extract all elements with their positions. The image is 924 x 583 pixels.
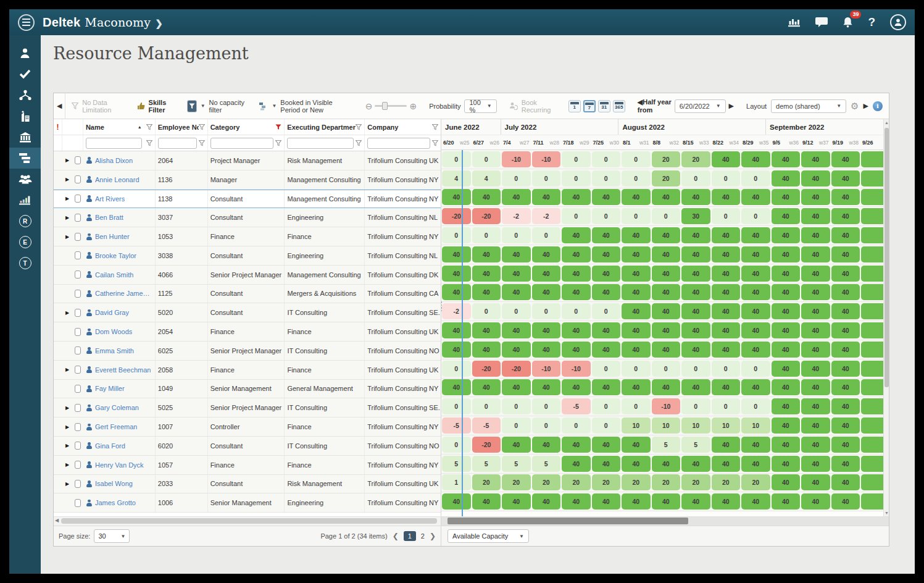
table-row[interactable]: Fay Miller1049Senior ManagementGeneral M…: [54, 380, 441, 399]
resource-name-link[interactable]: Isabel Wong: [95, 480, 133, 487]
capacity-cell[interactable]: 0: [711, 398, 741, 414]
capacity-cell[interactable]: 40: [501, 322, 531, 338]
capacity-cell[interactable]: 40: [801, 474, 831, 490]
capacity-cell[interactable]: 40: [621, 379, 651, 395]
capacity-cell[interactable]: -20: [472, 361, 502, 377]
capacity-cell[interactable]: 40: [741, 437, 771, 453]
column-filter-icon[interactable]: [275, 124, 281, 130]
filter-menu-icon[interactable]: [199, 140, 205, 146]
grid-horizontal-thumb[interactable]: [447, 518, 688, 524]
capacity-cell[interactable]: 40: [831, 303, 861, 319]
capacity-cell[interactable]: 40: [561, 284, 591, 300]
capacity-cell[interactable]: 40: [741, 303, 771, 319]
capacity-cell[interactable]: 40: [831, 189, 861, 205]
capacity-cell[interactable]: 40: [441, 284, 472, 300]
capacity-cell[interactable]: -5: [561, 398, 591, 414]
capacity-cell[interactable]: [860, 361, 883, 377]
capacity-cell[interactable]: 40: [831, 208, 861, 224]
capacity-cell[interactable]: 40: [801, 208, 831, 224]
resource-name-link[interactable]: Cailan Smith: [95, 271, 133, 279]
capacity-cell[interactable]: 40: [591, 246, 622, 262]
capacity-cell[interactable]: 40: [801, 227, 831, 243]
column-header-employee-no-[interactable]: Employee No.: [156, 119, 208, 135]
table-row[interactable]: James Grotto1006Senior ManagementEnginee…: [54, 493, 441, 513]
vertical-scrollbar[interactable]: ▲ ▼: [883, 119, 889, 516]
row-expand-arrow[interactable]: ▶: [62, 475, 72, 493]
capacity-cell[interactable]: -10: [531, 361, 562, 377]
row-checkbox[interactable]: [75, 214, 81, 222]
capacity-cell[interactable]: 40: [651, 493, 681, 510]
column-filter-icon[interactable]: [356, 124, 362, 130]
capacity-cell[interactable]: 5: [501, 456, 531, 472]
table-row[interactable]: ▶Ben Bratt3037ConsultantEngineeringTrifo…: [54, 208, 441, 227]
sidebar-item-employees[interactable]: [9, 43, 41, 64]
capacity-cell[interactable]: 40: [561, 493, 591, 510]
resource-name-link[interactable]: Alisha Dixon: [95, 157, 133, 164]
capacity-cell[interactable]: 5: [441, 456, 472, 472]
zoom-out-icon[interactable]: ⊖: [365, 101, 373, 111]
capacity-cell[interactable]: 40: [831, 322, 861, 338]
capacity-cell[interactable]: 0: [441, 437, 472, 453]
capacity-cell[interactable]: 40: [711, 246, 741, 262]
capacity-cell[interactable]: 40: [831, 379, 861, 395]
capacity-cell[interactable]: 40: [771, 246, 801, 262]
capacity-cell[interactable]: 20: [591, 474, 622, 490]
capacity-cell[interactable]: 40: [681, 456, 711, 472]
capacity-cell[interactable]: 40: [621, 266, 651, 282]
capacity-cell[interactable]: 40: [531, 322, 562, 338]
capacity-cell[interactable]: 40: [591, 342, 622, 358]
capacity-filter-control[interactable]: ▼ No capacity filter: [181, 99, 252, 114]
capacity-cell[interactable]: 40: [741, 456, 771, 472]
capacity-cell[interactable]: 40: [771, 170, 801, 187]
capacity-cell[interactable]: 40: [771, 322, 801, 338]
row-checkbox[interactable]: [75, 480, 81, 488]
prev-page-icon[interactable]: ❮: [393, 532, 399, 540]
resource-name-link[interactable]: Annie Leonard: [95, 176, 139, 183]
capacity-cell[interactable]: 0: [621, 361, 651, 377]
capacity-cell[interactable]: 40: [501, 284, 531, 300]
table-row[interactable]: ▶Gert Freeman1007ControllerFinanceTrifol…: [54, 417, 441, 437]
capacity-cell[interactable]: 5: [651, 437, 681, 453]
capacity-cell[interactable]: 4: [472, 170, 502, 187]
sidebar-item-resource-planner[interactable]: [9, 148, 41, 169]
capacity-cell[interactable]: 40: [831, 456, 861, 472]
capacity-cell[interactable]: 40: [531, 189, 562, 205]
week-header[interactable]: 9/5w36: [771, 135, 801, 149]
grid-horizontal-scrollbar[interactable]: [441, 517, 889, 526]
resource-name-link[interactable]: Fay Miller: [95, 385, 125, 392]
week-header[interactable]: 9/19w38: [831, 135, 861, 149]
capacity-cell[interactable]: -2: [501, 208, 531, 224]
sidebar-item-institution[interactable]: [9, 127, 41, 148]
layout-select[interactable]: demo (shared) ▼: [771, 99, 846, 113]
back-arrow-button[interactable]: ◀: [54, 93, 65, 119]
capacity-cell[interactable]: 0: [561, 151, 591, 167]
capacity-cell[interactable]: 20: [681, 474, 711, 490]
capacity-cell[interactable]: 40: [741, 151, 771, 167]
row-checkbox[interactable]: [75, 366, 81, 374]
vertical-scroll-thumb[interactable]: [884, 128, 889, 387]
capacity-cell[interactable]: 40: [472, 284, 502, 300]
capacity-cell[interactable]: 40: [591, 284, 622, 300]
capacity-cell[interactable]: 40: [531, 284, 562, 300]
row-expand-arrow[interactable]: ▶: [62, 398, 72, 417]
capacity-cell[interactable]: 40: [561, 322, 591, 338]
capacity-cell[interactable]: 40: [561, 189, 591, 205]
table-row[interactable]: ▶Gary Coleman5025Senior Project ManagerI…: [54, 398, 441, 417]
next-page-icon[interactable]: ❯: [430, 532, 436, 540]
table-row[interactable]: ▶Isabel Wong2033ConsultantRisk Managemen…: [54, 475, 441, 494]
capacity-cell[interactable]: -5: [472, 417, 502, 434]
capacity-cell[interactable]: -10: [561, 361, 591, 377]
capacity-cell[interactable]: 40: [741, 379, 771, 395]
capacity-cell[interactable]: 40: [561, 266, 591, 282]
row-checkbox[interactable]: [75, 423, 81, 431]
row-expand-arrow[interactable]: ▶: [62, 227, 72, 246]
capacity-cell[interactable]: [860, 246, 883, 262]
capacity-cell[interactable]: 40: [801, 189, 831, 205]
column-header-category[interactable]: Category: [208, 119, 285, 135]
capacity-cell[interactable]: 10: [741, 417, 771, 434]
sidebar-item-t[interactable]: T: [9, 253, 41, 274]
capacity-cell[interactable]: 40: [711, 266, 741, 282]
capacity-cell[interactable]: 0: [741, 170, 771, 187]
resource-name-link[interactable]: Ben Bratt: [95, 214, 123, 221]
capacity-cell[interactable]: 1: [441, 474, 472, 490]
